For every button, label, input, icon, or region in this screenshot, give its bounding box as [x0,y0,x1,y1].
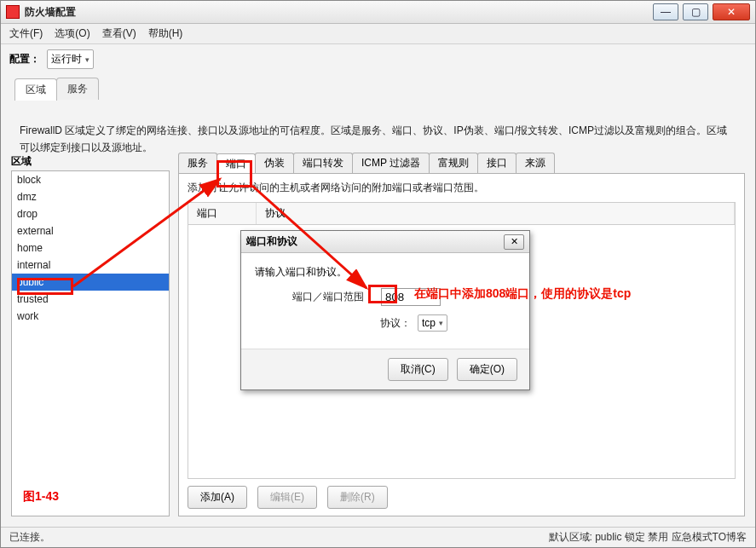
inner-tab[interactable]: 服务 [178,153,217,173]
zone-item-drop[interactable]: drop [12,205,169,222]
zone-item-block[interactable]: block [12,171,169,188]
cancel-button[interactable]: 取消(C) [388,358,448,381]
inner-tab[interactable]: 伪装 [255,153,294,173]
proto-value: tcp [422,317,436,329]
window-buttons: — ▢ ✕ [653,3,750,20]
add-button[interactable]: 添加(A) [188,486,247,509]
tab-services[interactable]: 服务 [56,78,99,100]
ok-button[interactable]: 确定(O) [457,358,517,381]
zone-item-trusted[interactable]: trusted [12,291,169,308]
port-protocol-dialog: 端口和协议 ✕ 请输入端口和协议。 端口／端口范围： 协议： tcp ▾ 取消(… [240,230,530,390]
zone-item-home[interactable]: home [12,239,169,257]
chevron-down-icon: ▾ [439,319,443,327]
zone-item-external[interactable]: external [12,222,169,239]
port-label: 端口／端口范围： [292,290,374,304]
config-mode-combo[interactable]: 运行时 ▾ [47,49,94,69]
annotation-text: 在端口中添加808端口，使用的协议是tcp [414,286,631,302]
proto-row: 协议： tcp ▾ [255,314,516,332]
config-label: 配置： [9,52,40,66]
config-mode-value: 运行时 [51,52,82,66]
col-port[interactable]: 端口 [188,203,257,224]
zone-item-dmz[interactable]: dmz [12,188,169,205]
proto-label: 协议： [380,316,411,331]
inner-tab[interactable]: ICMP 过滤器 [352,153,430,173]
maximize-button[interactable]: ▢ [683,3,708,20]
dialog-buttons: 取消(C) 确定(O) [241,349,529,389]
status-left: 已连接。 [9,530,50,545]
button-row: 添加(A) 编辑(E) 删除(R) [188,486,388,509]
dialog-close-button[interactable]: ✕ [504,234,524,250]
zone-list[interactable]: blockdmzdropexternalhomeinternalpublictr… [11,170,170,516]
zone-column: 区域 blockdmzdropexternalhomeinternalpubli… [11,153,170,516]
menu-view[interactable]: 查看(V) [102,26,136,41]
table-header: 端口 协议 [188,203,735,225]
dialog-title: 端口和协议 [246,234,504,249]
minimize-button[interactable]: — [653,3,678,20]
inner-tab[interactable]: 端口转发 [293,153,353,173]
tab-zone[interactable]: 区域 [14,78,57,101]
menu-help[interactable]: 帮助(H) [148,26,183,41]
zone-item-public[interactable]: public [12,274,169,291]
inner-tab[interactable]: 接口 [477,153,517,173]
zone-heading: 区域 [11,153,170,170]
figure-label: 图1-43 [23,489,59,505]
outer-tabs: 区域 服务 [14,78,98,100]
dialog-titlebar: 端口和协议 ✕ [241,231,529,253]
zone-item-work[interactable]: work [12,308,169,325]
edit-button: 编辑(E) [257,486,317,509]
titlebar: 防火墙配置 — ▢ ✕ [1,1,755,24]
zone-item-internal[interactable]: internal [12,257,169,274]
window-title: 防火墙配置 [25,5,653,20]
menubar: 文件(F) 选项(O) 查看(V) 帮助(H) [1,24,755,44]
proto-combo[interactable]: tcp ▾ [418,314,447,332]
inner-tab[interactable]: 富规则 [429,153,478,173]
app-icon [6,5,20,19]
chevron-down-icon: ▾ [85,55,89,64]
close-button[interactable]: ✕ [713,3,750,20]
delete-button: 删除(R) [327,486,388,509]
status-right: 默认区域: public 锁定 禁用 应急模式TO博客 [549,530,747,545]
config-row: 配置： 运行时 ▾ [1,44,755,74]
col-proto[interactable]: 协议 [257,203,735,224]
port-hint: 添加可让允许访问的主机或者网络访问的附加端口或者端口范围。 [188,181,736,195]
menu-file[interactable]: 文件(F) [9,26,43,41]
menu-options[interactable]: 选项(O) [55,26,89,41]
inner-tab[interactable]: 来源 [516,153,555,173]
inner-tab[interactable]: 端口 [216,153,256,174]
statusbar: 已连接。 默认区域: public 锁定 禁用 应急模式TO博客 [1,527,755,547]
inner-tabs: 服务端口伪装端口转发ICMP 过滤器富规则接口来源 [178,153,745,173]
dialog-prompt: 请输入端口和协议。 [255,265,516,280]
